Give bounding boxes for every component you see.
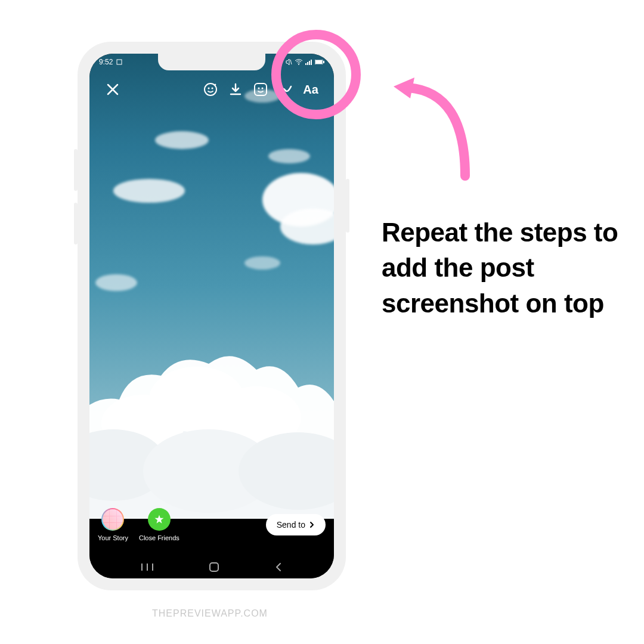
svg-rect-18 <box>255 83 267 95</box>
phone-notch <box>158 54 265 70</box>
svg-rect-24 <box>210 563 218 571</box>
star-icon <box>148 508 171 531</box>
phone-frame: 9:52 <box>78 42 346 590</box>
your-story-avatar-icon <box>101 508 124 531</box>
phone-side-button <box>74 149 78 191</box>
close-button[interactable] <box>100 77 125 102</box>
send-to-label: Send to <box>277 520 305 530</box>
story-background-image <box>89 54 334 519</box>
phone-screen: 9:52 <box>89 54 334 578</box>
instruction-text: Repeat the steps to add the post screens… <box>382 215 620 321</box>
phone-side-button <box>74 203 78 244</box>
sticker-button[interactable] <box>248 77 273 102</box>
watermark-text: THEPREVIEWAPP.COM <box>152 608 268 619</box>
arrow-annotation <box>376 69 477 182</box>
status-app-icon <box>116 59 122 65</box>
android-nav-bar <box>89 562 334 572</box>
close-friends-button[interactable]: Close Friends <box>139 508 179 541</box>
your-story-label: Your Story <box>98 534 128 541</box>
svg-point-19 <box>258 88 260 89</box>
chevron-right-icon <box>308 521 316 529</box>
effects-button[interactable] <box>198 77 223 102</box>
highlight-circle-annotation <box>271 30 361 119</box>
android-home-icon[interactable] <box>209 562 219 572</box>
android-recent-icon[interactable] <box>141 562 154 572</box>
svg-point-16 <box>208 88 210 89</box>
svg-point-17 <box>212 88 213 89</box>
close-friends-label: Close Friends <box>139 534 179 541</box>
svg-point-20 <box>262 88 264 89</box>
download-button[interactable] <box>223 77 248 102</box>
your-story-button[interactable]: Your Story <box>98 508 128 541</box>
story-bottom-bar: Your Story Close Friends Send to <box>89 519 334 578</box>
svg-rect-0 <box>117 60 122 64</box>
android-back-icon[interactable] <box>274 562 283 572</box>
phone-side-button <box>346 179 349 233</box>
status-time: 9:52 <box>99 58 113 66</box>
send-to-button[interactable]: Send to <box>266 514 326 535</box>
